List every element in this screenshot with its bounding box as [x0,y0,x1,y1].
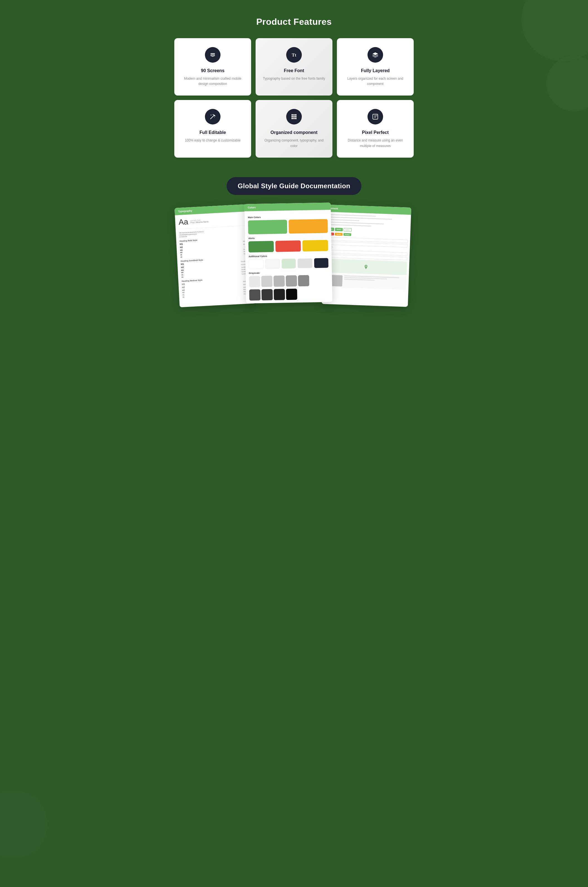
font-sample: Aa example fonts Plus Jakarta Sans [178,214,249,229]
svg-rect-14 [291,118,293,119]
grid-icon [286,109,302,125]
feature-card-fully-layered: Fully Layered Layers organized for each … [337,38,414,96]
colors-content: Main Colors Alerts Additional Colors [244,210,332,303]
svg-point-7 [214,115,215,116]
free-font-title: Free Font [262,68,326,73]
grayscale-100 [286,288,297,300]
style-guide-badge-label: Global Style Guide Documentation [238,182,350,190]
grayscale-90 [274,289,285,300]
main-color-swatches [248,219,328,234]
swatch-dark [314,258,328,268]
organized-title: Organized component [262,130,326,135]
features-grid: 90 Screens Modern and minimalism crafted… [174,38,414,158]
outline-btn: Button [344,228,352,232]
bg-decoration-1 [521,0,588,61]
alerts-title: Alerts [248,236,328,240]
grayscale-10 [249,276,260,287]
typography-content: Aa example fonts Plus Jakarta Sans ABCDE… [175,211,256,301]
organized-desc: Organizing component, typography, and co… [262,138,326,149]
main-colors-title: Main Colors [248,215,328,219]
swatch-green [248,220,287,234]
grayscale-swatches [249,275,329,300]
grayscale-20 [261,276,273,287]
pixel-perfect-desc: Distance and measure using an even multi… [344,138,407,149]
style-guide-badge: Global Style Guide Documentation [226,177,362,195]
fully-layered-desc: Layers organized for each screen and com… [344,76,407,87]
green-btn-2: Button [335,228,343,231]
svg-rect-12 [294,116,295,117]
elements-content: Button Button Button Button Button Butto… [322,212,411,293]
swatch-light-green [282,258,296,269]
bg-decoration-2 [546,56,588,111]
typography-panel: Typography Aa example fonts Plus Jakarta… [175,204,256,307]
section-title: Product Features [174,17,414,27]
feature-card-organized: Organized component Organizing component… [256,100,332,158]
feature-card-screens: 90 Screens Modern and minimalism crafted… [174,38,251,96]
ruler-icon: A [368,109,383,125]
additional-title: Additional Colors [249,254,328,258]
svg-rect-2 [210,53,215,54]
map-placeholder [325,258,407,275]
orange-btn: Button [334,233,342,236]
swatch-red [275,240,301,252]
text-lines [326,214,408,228]
swatch-white [249,259,264,269]
grayscale-80 [261,289,273,300]
grayscale-50 [298,275,309,286]
typo-alphabet: ABCDEFGHIJKLMNOPQRSTUVWXYZ abcdefghijklm… [179,228,249,238]
grayscale-70 [249,290,261,301]
style-guide-preview: Typography Aa example fonts Plus Jakarta… [174,206,414,306]
svg-point-6 [214,117,214,117]
grayscale-40 [286,275,297,287]
svg-point-5 [212,114,213,115]
svg-rect-9 [294,114,295,116]
screens-title: 90 Screens [181,68,244,73]
svg-rect-11 [291,116,293,117]
style-guide-section: Global Style Guide Documentation Typogra… [174,177,414,306]
colors-panel: Colors Main Colors Alerts Additional Col… [244,203,332,303]
swatch-dark-green [248,241,274,252]
magic-icon [205,109,220,125]
screens-desc: Modern and minimalism crafted mobile des… [181,76,244,87]
bg-decoration-3 [0,789,47,859]
svg-point-4 [211,115,212,116]
svg-text:A: A [374,116,376,119]
typography-icon: Tt [286,47,302,63]
grayscale-title: Grayscale [249,270,328,274]
page-wrapper: Product Features 90 Screens Modern and m… [169,0,419,328]
full-editable-desc: 100% easy to change & customizable [181,138,244,143]
typo-aa: Aa [178,217,189,227]
feature-card-pixel-perfect: A Pixel Perfect Distance and measure usi… [337,100,414,158]
svg-rect-1 [210,54,215,55]
pixel-perfect-title: Pixel Perfect [344,130,407,135]
svg-text:Tt: Tt [292,53,297,57]
feature-card-free-font: Tt Free Font Typography based on the fre… [256,38,332,96]
card-text-area [344,275,405,283]
full-editable-title: Full Editable [181,130,244,135]
grayscale-30 [273,275,285,287]
green-btn-3: Button [343,233,351,236]
svg-rect-10 [295,114,297,116]
alert-color-swatches [248,240,328,252]
svg-rect-13 [295,116,297,117]
stack-icon [368,47,383,63]
svg-rect-8 [291,114,293,116]
swatch-bg [266,259,280,269]
free-font-desc: Typography based on the free fonts famil… [262,76,326,81]
feature-card-full-editable: Full Editable 100% easy to change & cust… [174,100,251,158]
fully-layered-title: Fully Layered [344,68,407,73]
elements-panel: Element Button Button Button [322,204,411,307]
card-with-image [324,273,406,290]
svg-rect-16 [295,118,297,119]
swatch-line [298,258,313,268]
additional-color-swatches [249,258,328,269]
svg-rect-15 [294,118,295,119]
screens-icon [205,47,220,63]
swatch-orange [289,219,328,233]
swatch-yellow [303,240,328,252]
